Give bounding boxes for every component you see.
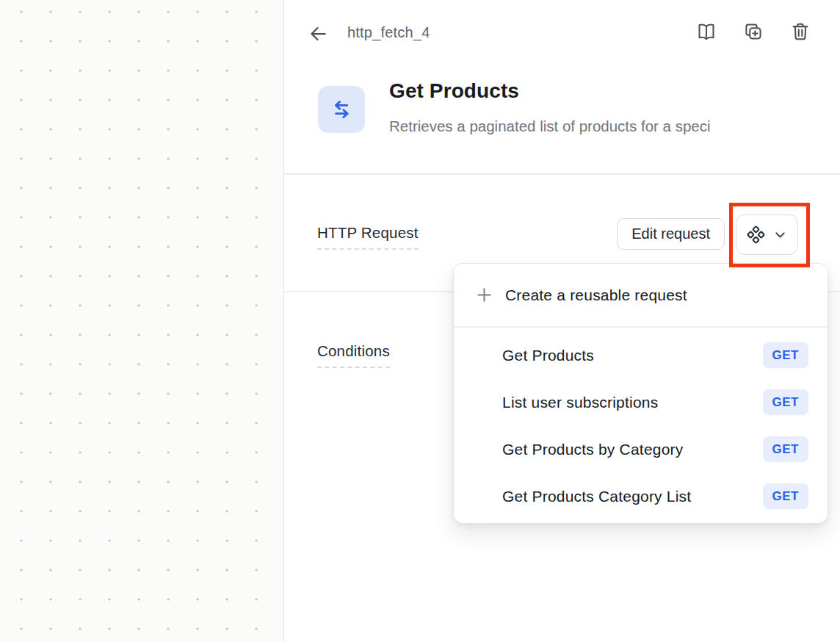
conditions-label: Conditions <box>317 342 390 368</box>
chevron-down-icon <box>772 227 788 242</box>
workflow-editor: http_fetch_4 <box>0 0 840 642</box>
reusable-request-menu: Create a reusable request Get Products G… <box>453 263 828 524</box>
header-actions <box>696 21 811 42</box>
menu-item-request[interactable]: Get Products by Category GET <box>454 426 828 473</box>
menu-items: Get Products GET List user subscriptions… <box>454 328 828 524</box>
book-icon <box>696 21 717 42</box>
plus-icon <box>476 286 493 303</box>
workflow-canvas[interactable] <box>0 0 283 642</box>
http-request-label: HTTP Request <box>317 224 419 250</box>
method-badge: GET <box>763 389 808 415</box>
method-badge: GET <box>763 483 808 509</box>
menu-item-request[interactable]: Get Products GET <box>454 332 828 379</box>
menu-item-request[interactable]: List user subscriptions GET <box>454 379 828 426</box>
trash-icon <box>790 21 811 42</box>
node-id-label: http_fetch_4 <box>347 24 430 41</box>
duplicate-plus-icon <box>743 21 764 42</box>
edit-request-button[interactable]: Edit request <box>617 218 725 250</box>
arrow-left-icon <box>306 23 328 45</box>
menu-item-create-reusable-request[interactable]: Create a reusable request <box>454 264 828 326</box>
section-divider <box>284 173 840 175</box>
menu-item-label: Create a reusable request <box>505 286 687 304</box>
request-name: Get Products by Category <box>502 441 683 458</box>
menu-item-request[interactable]: Get Products Category List GET <box>454 473 828 520</box>
panel-header: http_fetch_4 <box>284 0 840 66</box>
node-config-panel: http_fetch_4 <box>283 0 840 642</box>
duplicate-button[interactable] <box>743 21 764 42</box>
swap-arrows-icon <box>328 96 355 123</box>
node-type-icon-box <box>318 86 365 133</box>
method-badge: GET <box>763 342 808 368</box>
request-name: Get Products Category List <box>502 488 691 505</box>
delete-button[interactable] <box>790 21 811 42</box>
request-name: List user subscriptions <box>502 394 658 411</box>
node-description: Retrieves a paginated list of products f… <box>389 118 840 135</box>
docs-button[interactable] <box>696 21 717 42</box>
back-button[interactable] <box>306 22 330 46</box>
method-badge: GET <box>763 436 808 462</box>
request-name: Get Products <box>502 347 594 364</box>
node-title: Get Products <box>389 79 519 103</box>
reusable-request-dropdown-button[interactable] <box>736 214 798 255</box>
diamond-cluster-icon <box>746 225 766 245</box>
